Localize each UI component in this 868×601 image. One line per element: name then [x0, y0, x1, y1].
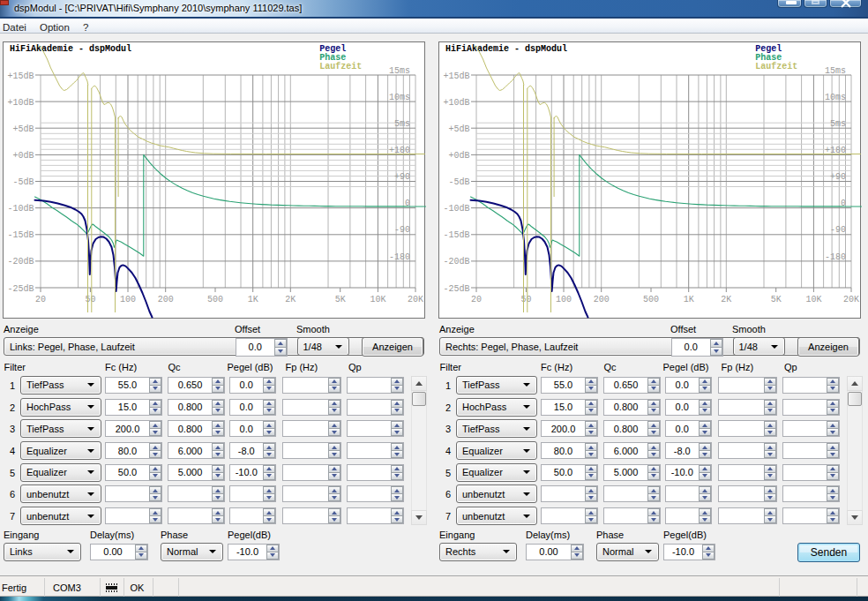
- svg-text:-90: -90: [830, 225, 846, 235]
- svg-text:10K: 10K: [805, 295, 821, 304]
- svg-text:Laufzeit: Laufzeit: [319, 62, 362, 71]
- svg-text:0: 0: [404, 199, 409, 208]
- svg-text:20: 20: [34, 295, 45, 304]
- svg-text:-25dB: -25dB: [443, 284, 469, 294]
- svg-text:+5dB: +5dB: [12, 124, 34, 134]
- svg-text:-10dB: -10dB: [7, 204, 34, 214]
- svg-text:20: 20: [471, 295, 482, 304]
- svg-text:5ms: 5ms: [393, 119, 409, 129]
- svg-text:200: 200: [594, 295, 610, 304]
- svg-text:+0dB: +0dB: [12, 151, 34, 161]
- svg-text:-25dB: -25dB: [7, 284, 34, 294]
- svg-text:-20dB: -20dB: [443, 257, 469, 267]
- svg-text:2K: 2K: [721, 295, 731, 304]
- svg-text:+10dB: +10dB: [443, 98, 469, 108]
- svg-text:5K: 5K: [771, 295, 782, 304]
- svg-text:1K: 1K: [684, 295, 694, 304]
- svg-text:-20dB: -20dB: [7, 257, 34, 267]
- svg-text:5ms: 5ms: [830, 119, 846, 129]
- svg-text:10ms: 10ms: [388, 93, 409, 102]
- svg-text:Laufzeit: Laufzeit: [755, 62, 797, 71]
- svg-text:20K: 20K: [843, 295, 859, 304]
- svg-text:0: 0: [841, 199, 846, 208]
- svg-text:100: 100: [119, 295, 135, 304]
- svg-text:10ms: 10ms: [825, 93, 846, 102]
- svg-text:500: 500: [206, 295, 222, 304]
- svg-text:+5dB: +5dB: [448, 124, 469, 134]
- svg-text:-5dB: -5dB: [12, 177, 34, 187]
- svg-text:-180: -180: [825, 252, 846, 262]
- svg-text:-180: -180: [388, 252, 409, 262]
- svg-text:-15dB: -15dB: [7, 230, 34, 240]
- svg-text:200: 200: [157, 295, 173, 304]
- svg-text:+10dB: +10dB: [7, 98, 34, 108]
- svg-text:15ms: 15ms: [825, 66, 846, 76]
- svg-text:100: 100: [556, 295, 572, 304]
- svg-text:-90: -90: [393, 225, 409, 235]
- svg-text:+90: +90: [393, 172, 409, 182]
- svg-text:HiFiAkademie - dspModul: HiFiAkademie - dspModul: [445, 44, 567, 54]
- svg-text:10K: 10K: [370, 295, 385, 304]
- svg-text:15ms: 15ms: [388, 66, 409, 76]
- svg-text:50: 50: [85, 295, 95, 304]
- svg-text:+15dB: +15dB: [7, 71, 34, 81]
- svg-text:500: 500: [643, 295, 659, 304]
- svg-text:5K: 5K: [334, 295, 345, 304]
- svg-text:+15dB: +15dB: [443, 71, 469, 81]
- svg-text:-5dB: -5dB: [448, 177, 469, 187]
- svg-text:50: 50: [520, 295, 531, 304]
- svg-text:2K: 2K: [285, 295, 296, 304]
- svg-text:1K: 1K: [247, 295, 258, 304]
- svg-text:+90: +90: [830, 172, 846, 182]
- svg-text:HiFiAkademie - dspModul: HiFiAkademie - dspModul: [10, 44, 131, 54]
- svg-text:-10dB: -10dB: [443, 204, 469, 214]
- svg-text:+0dB: +0dB: [448, 151, 469, 161]
- svg-text:20K: 20K: [407, 295, 423, 304]
- svg-text:-15dB: -15dB: [443, 230, 469, 240]
